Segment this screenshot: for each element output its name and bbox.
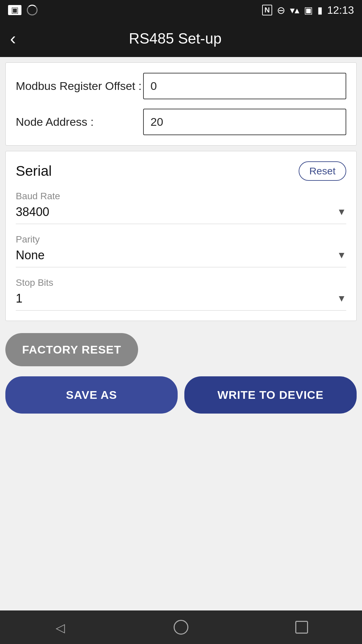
parity-value: None [16, 248, 45, 262]
parity-group: Parity None ▼ [16, 234, 346, 267]
baud-rate-label: Baud Rate [16, 191, 346, 202]
page-title: RS485 Set-up [22, 30, 328, 47]
nav-home-button[interactable] [168, 614, 194, 641]
stop-bits-dropdown[interactable]: 1 ▼ [16, 291, 346, 311]
node-address-row: Node Address : [16, 109, 346, 135]
photo-icon [8, 5, 21, 15]
status-bar-left [8, 5, 38, 15]
status-bar-right: N ⊖ ▾▴ ▣ ▮ 12:13 [262, 4, 354, 16]
stop-bits-chevron-icon: ▼ [337, 293, 346, 304]
baud-rate-group: Baud Rate 38400 ▼ [16, 191, 346, 224]
parity-label: Parity [16, 234, 346, 245]
baud-rate-dropdown[interactable]: 38400 ▼ [16, 205, 346, 224]
stop-bits-group: Stop Bits 1 ▼ [16, 277, 346, 311]
serial-card: Serial Reset Baud Rate 38400 ▼ Parity No… [5, 151, 357, 321]
back-nav-icon [56, 620, 65, 635]
status-time: 12:13 [327, 4, 354, 16]
nav-back-button[interactable] [47, 614, 74, 641]
sim-icon: ▣ [304, 5, 313, 16]
stop-bits-label: Stop Bits [16, 277, 346, 288]
nfc-icon: N [262, 5, 272, 15]
serial-title: Serial [16, 163, 52, 179]
stop-bits-value: 1 [16, 291, 22, 306]
baud-rate-value: 38400 [16, 205, 49, 219]
serial-reset-button[interactable]: Reset [299, 161, 346, 181]
wifi-icon: ▾▴ [290, 5, 299, 16]
node-address-input[interactable] [143, 109, 346, 135]
modbus-register-row: Modbus Register Offset : [16, 73, 346, 99]
baud-rate-chevron-icon: ▼ [337, 207, 346, 217]
back-button[interactable]: ‹ [10, 30, 16, 47]
write-to-device-button[interactable]: WRITE TO DEVICE [184, 376, 357, 414]
battery-icon: ▮ [317, 5, 322, 16]
buttons-area: FACTORY RESET SAVE AS WRITE TO DEVICE [0, 326, 362, 420]
node-address-label: Node Address : [16, 115, 143, 128]
app-bar: ‹ RS485 Set-up [0, 20, 362, 57]
parity-dropdown[interactable]: None ▼ [16, 248, 346, 267]
block-icon: ⊖ [277, 4, 285, 16]
recent-nav-icon [295, 621, 308, 634]
home-nav-icon [174, 620, 188, 635]
status-bar: N ⊖ ▾▴ ▣ ▮ 12:13 [0, 0, 362, 20]
factory-reset-button[interactable]: FACTORY RESET [5, 333, 138, 366]
save-as-button[interactable]: SAVE AS [5, 376, 178, 414]
spinner-icon [27, 5, 38, 15]
serial-header: Serial Reset [16, 161, 346, 181]
modbus-form-card: Modbus Register Offset : Node Address : [5, 62, 357, 146]
action-buttons: SAVE AS WRITE TO DEVICE [5, 376, 357, 414]
nav-recent-button[interactable] [288, 614, 315, 641]
main-content: Modbus Register Offset : Node Address : … [0, 57, 362, 610]
modbus-register-input[interactable] [143, 73, 346, 99]
bottom-nav-bar [0, 610, 362, 644]
modbus-register-label: Modbus Register Offset : [16, 79, 143, 93]
parity-chevron-icon: ▼ [337, 250, 346, 261]
